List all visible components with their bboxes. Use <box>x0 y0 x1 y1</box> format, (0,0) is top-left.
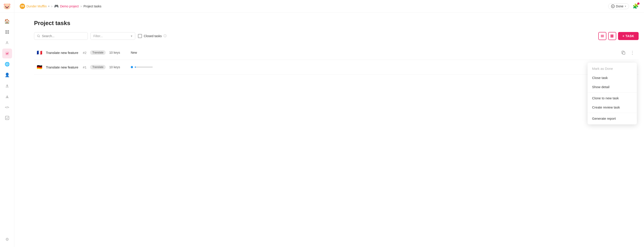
task-number-2: #1 <box>82 65 87 69</box>
done-dropdown-icon: ▾ <box>625 5 626 8</box>
task-status-1: New <box>131 51 149 54</box>
play-circle-icon <box>611 4 615 8</box>
page-title: Project tasks <box>34 20 639 27</box>
tasks-active-icon <box>5 51 10 56</box>
tolgee-pig-logo: 🐷 <box>3 2 11 10</box>
sidebar-item-tasks[interactable] <box>2 48 12 58</box>
closed-tasks-toggle[interactable]: Closed tasks ⓘ <box>138 34 166 38</box>
task-badge-2: Translate <box>90 65 106 69</box>
filter-dropdown-icon: ▾ <box>131 34 132 38</box>
context-menu: Mark as Done Close task Show detail Clon… <box>588 63 637 124</box>
task-copy-button-1[interactable] <box>620 49 627 56</box>
task-keys-1: 10 keys <box>109 51 127 54</box>
svg-rect-5 <box>5 116 9 120</box>
board-view-icon <box>610 34 614 38</box>
task-row: 🇩🇪 Translate new feature #1 Translate 10… <box>34 60 639 74</box>
search-box <box>34 32 88 40</box>
sidebar-item-settings[interactable]: ⚙ <box>2 235 12 244</box>
svg-rect-2 <box>5 32 7 34</box>
app-logo-area: 🐷 <box>0 0 14 12</box>
sidebar: 🐷 🏠 A 🌐 👤 </> ⚙ <box>0 0 14 247</box>
svg-rect-11 <box>611 34 612 37</box>
notification-icon[interactable]: 🧩 <box>632 3 639 9</box>
grid-icon <box>5 30 10 34</box>
sidebar-item-download[interactable] <box>2 91 12 101</box>
download-icon <box>5 94 10 99</box>
context-menu-show-detail[interactable]: Show detail <box>588 82 637 91</box>
context-menu-close-task[interactable]: Close task <box>588 73 637 82</box>
copy-icon <box>621 50 626 55</box>
sidebar-item-code[interactable]: </> <box>2 102 12 112</box>
svg-rect-10 <box>601 37 604 37</box>
task-flag-fr: 🇫🇷 <box>37 50 42 55</box>
breadcrumb-project[interactable]: 🎮 Demo project <box>54 4 78 8</box>
task-row: 🇫🇷 Translate new feature #2 Translate 10… <box>34 45 639 60</box>
task-progress-2 <box>131 66 158 68</box>
sidebar-item-person[interactable]: 👤 <box>2 70 12 80</box>
topbar: DM Dunder Mufflin ▾ › 🎮 Demo project › P… <box>14 0 644 12</box>
done-button[interactable]: Done ▾ <box>608 3 629 9</box>
svg-rect-1 <box>8 30 9 32</box>
breadcrumb-current: Project tasks <box>84 4 102 8</box>
progress-bar-container <box>135 66 153 68</box>
sidebar-item-check[interactable] <box>2 113 12 123</box>
task-actions-1: ⋮ <box>620 49 636 56</box>
svg-rect-9 <box>601 36 604 36</box>
svg-rect-0 <box>5 30 7 32</box>
breadcrumb-org[interactable]: DM Dunder Mufflin ▾ <box>20 3 50 9</box>
closed-tasks-help-icon: ⓘ <box>164 34 166 38</box>
svg-rect-12 <box>612 34 613 37</box>
org-avatar: DM <box>20 3 25 9</box>
svg-rect-4 <box>5 52 9 55</box>
task-name-1: Translate new feature <box>46 51 78 55</box>
filter-select[interactable]: Filter... ▾ <box>90 32 135 40</box>
filter-placeholder: Filter... <box>94 34 103 38</box>
progress-dot <box>131 66 133 68</box>
board-view-button[interactable] <box>608 32 616 40</box>
upload-icon <box>5 83 10 88</box>
task-badge-1: Translate <box>90 50 106 55</box>
context-menu-clone-task[interactable]: Clone to new task <box>588 93 637 103</box>
task-list: 🇫🇷 Translate new feature #2 Translate 10… <box>34 45 639 74</box>
org-name: Dunder Mufflin <box>26 4 47 8</box>
sidebar-item-dashboard[interactable] <box>2 27 12 37</box>
task-more-button-1[interactable]: ⋮ <box>629 49 636 56</box>
search-input[interactable] <box>42 34 85 38</box>
svg-rect-3 <box>8 32 9 34</box>
progress-bar-fill <box>135 66 136 68</box>
project-icon: 🎮 <box>54 4 59 8</box>
sidebar-item-translate[interactable]: A <box>2 38 12 48</box>
breadcrumb-sep-1: › <box>51 4 52 8</box>
context-menu-divider-1 <box>588 92 637 93</box>
check-square-icon <box>5 116 10 120</box>
task-keys-2: 10 keys <box>109 65 127 69</box>
main-content: Project tasks Filter... ▾ Closed tasks ⓘ <box>29 12 644 247</box>
list-view-icon <box>600 34 604 38</box>
project-name: Demo project <box>60 4 78 8</box>
context-menu-mark-done: Mark as Done <box>588 64 637 73</box>
task-name-2: Translate new feature <box>46 65 78 69</box>
svg-rect-8 <box>601 35 604 35</box>
sidebar-item-home[interactable]: 🏠 <box>2 16 12 26</box>
search-icon <box>37 34 40 38</box>
closed-tasks-label: Closed tasks <box>144 34 162 38</box>
sidebar-item-globe[interactable]: 🌐 <box>2 59 12 69</box>
toolbar: Filter... ▾ Closed tasks ⓘ + <box>34 32 639 40</box>
closed-tasks-checkbox[interactable] <box>138 34 142 38</box>
list-view-button[interactable] <box>598 32 606 40</box>
org-dropdown-icon: ▾ <box>48 5 50 8</box>
breadcrumb: DM Dunder Mufflin ▾ › 🎮 Demo project › P… <box>20 3 608 9</box>
breadcrumb-sep-2: › <box>80 4 82 8</box>
add-task-button[interactable]: + TASK <box>618 32 639 40</box>
svg-rect-13 <box>623 52 625 54</box>
context-menu-generate-report[interactable]: Generate report <box>588 114 637 123</box>
view-icons: + TASK <box>598 32 639 40</box>
done-label: Done <box>616 4 624 8</box>
topbar-right: Done ▾ 🧩 <box>608 3 639 9</box>
task-number-1: #2 <box>82 51 87 55</box>
sidebar-item-upload[interactable] <box>2 81 12 91</box>
context-menu-create-review[interactable]: Create review task <box>588 103 637 112</box>
task-flag-de: 🇩🇪 <box>37 64 42 70</box>
